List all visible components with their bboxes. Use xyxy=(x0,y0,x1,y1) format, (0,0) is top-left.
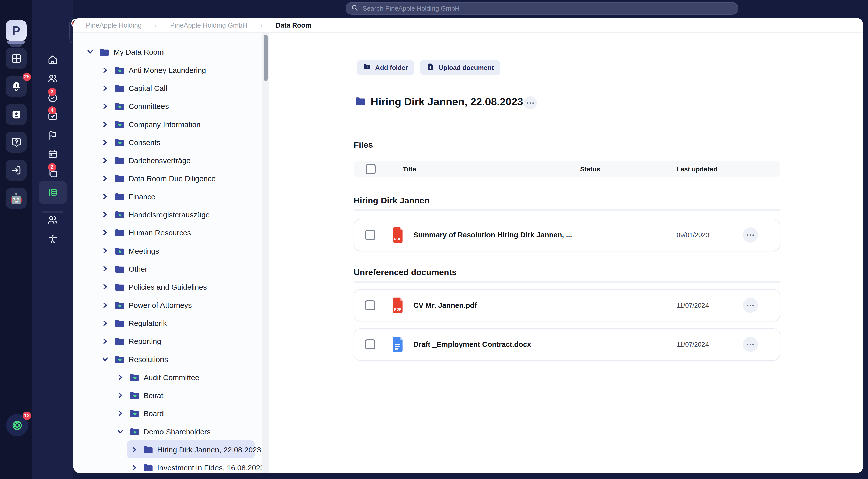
tree-item-human-resources[interactable]: Human Resources xyxy=(73,223,262,242)
nav-data-room-active[interactable] xyxy=(39,181,67,204)
chevron-right-icon[interactable] xyxy=(117,392,124,398)
folder-icon xyxy=(115,156,125,164)
tree-item-label: Regulatorik xyxy=(129,319,167,327)
section-divider xyxy=(353,281,780,283)
chevron-right-icon[interactable] xyxy=(101,194,108,199)
breadcrumb-item-0[interactable]: PineApple Holding xyxy=(86,21,142,29)
chevron-down-icon[interactable] xyxy=(101,356,108,362)
chevron-right-icon[interactable] xyxy=(117,374,124,380)
chevron-right-icon[interactable] xyxy=(101,338,108,344)
nav-home[interactable] xyxy=(47,54,58,65)
tree-item-label: Board xyxy=(144,409,164,417)
folder-star-icon xyxy=(115,300,125,309)
exit-button[interactable] xyxy=(5,160,27,181)
tree-item-darlehensvertr-ge[interactable]: Darlehensverträge xyxy=(73,151,262,169)
tree-item-anti-money-laundering[interactable]: Anti Money Laundering xyxy=(73,61,262,79)
chevron-right-icon[interactable] xyxy=(101,139,108,145)
row-menu-button[interactable] xyxy=(743,337,758,352)
add-folder-label: Add folder xyxy=(375,64,408,71)
chevron-right-icon[interactable] xyxy=(117,411,124,416)
row-checkbox[interactable] xyxy=(365,340,375,349)
main-content: Add folder Upload document Hiring Di xyxy=(269,33,863,473)
tree-item-policies-and-guidelines[interactable]: Policies and Guidelines xyxy=(73,278,262,296)
tree-item-company-information[interactable]: Company Information xyxy=(73,115,262,133)
row-menu-button[interactable] xyxy=(743,298,758,313)
chevron-right-icon[interactable] xyxy=(101,320,108,326)
add-folder-button[interactable]: Add folder xyxy=(356,60,414,75)
tree-item-capital-call[interactable]: Capital Call xyxy=(73,79,262,97)
chevron-down-icon[interactable] xyxy=(86,49,93,55)
row-checkbox[interactable] xyxy=(365,300,375,310)
upload-document-button[interactable]: Upload document xyxy=(420,60,500,75)
tree-item-data-room-due-diligence[interactable]: Data Room Due Diligence xyxy=(73,169,262,187)
chevron-right-icon[interactable] xyxy=(101,248,108,253)
tree-item-beirat[interactable]: Beirat xyxy=(73,386,262,404)
tree-item-hiring-dirk-jannen-22-08-2023[interactable]: Hiring Dirk Jannen, 22.08.2023 xyxy=(127,440,255,458)
nav-clock-check[interactable]: 3 xyxy=(47,92,58,103)
chevron-right-icon[interactable] xyxy=(101,103,108,109)
nav-copy[interactable]: 2 xyxy=(47,168,58,179)
breadcrumb-item-1[interactable]: PineApple Holding GmbH xyxy=(170,21,247,29)
tree-item-committees[interactable]: Committees xyxy=(73,97,262,115)
chevron-down-icon[interactable] xyxy=(117,428,124,434)
tree-item-my-data-room[interactable]: My Data Room xyxy=(73,43,262,61)
select-all-checkbox[interactable] xyxy=(366,164,376,174)
tree-item-reporting[interactable]: Reporting xyxy=(73,332,262,350)
tree-item-investment-in-fides-16-08-2023[interactable]: Investment in Fides, 16.08.2023 xyxy=(73,458,262,473)
chevron-right-icon[interactable] xyxy=(101,230,108,235)
nav-accessibility[interactable] xyxy=(47,233,58,245)
nav-users[interactable] xyxy=(47,73,58,84)
tree-item-handelsregisterausz-ge[interactable]: Handelsregisterauszüge xyxy=(73,205,262,223)
nav-inbox-check[interactable]: 4 xyxy=(47,111,58,122)
tree-item-demo-shareholders[interactable]: Demo Shareholders xyxy=(73,422,262,440)
search-icon xyxy=(351,4,358,13)
search-input[interactable] xyxy=(362,4,733,12)
tree-item-label: Company Information xyxy=(129,120,201,128)
chevron-right-icon[interactable] xyxy=(101,302,108,308)
chevron-right-icon[interactable] xyxy=(101,266,108,272)
folder-star-icon xyxy=(115,120,125,128)
chevron-right-icon[interactable] xyxy=(101,121,108,127)
tree-item-audit-committee[interactable]: Audit Committee xyxy=(73,368,262,386)
chevron-right-icon[interactable] xyxy=(132,447,137,452)
chevron-right-icon[interactable] xyxy=(101,157,108,163)
chevron-right-icon[interactable] xyxy=(101,85,108,91)
chevron-right-icon[interactable] xyxy=(101,67,108,72)
tree-scrollbar[interactable] xyxy=(262,33,269,473)
tree-item-consents[interactable]: Consents xyxy=(73,133,262,151)
chevron-right-icon[interactable] xyxy=(101,175,108,181)
help-bubble-button[interactable] xyxy=(5,132,27,153)
tree-item-board[interactable]: Board xyxy=(73,404,262,422)
file-row[interactable]: Draft _Employment Contract.docx11/07/202… xyxy=(353,328,780,360)
tree-item-resolutions[interactable]: Resolutions xyxy=(73,350,262,368)
chevron-right-icon[interactable] xyxy=(101,284,108,289)
contact-card-button[interactable] xyxy=(5,104,27,125)
support-globe-button[interactable]: 12 xyxy=(6,414,28,436)
file-row[interactable]: PDFCV Mr. Jannen.pdf11/07/2024 xyxy=(353,289,780,321)
bell-button[interactable]: 25 xyxy=(5,76,27,97)
robot-button[interactable]: 🤖 xyxy=(5,188,27,209)
tree-item-meetings[interactable]: Meetings xyxy=(73,242,262,260)
file-row[interactable]: PDFSummary of Resolution Hiring Dirk Jan… xyxy=(353,219,780,251)
row-checkbox[interactable] xyxy=(365,230,375,240)
nav-calendar[interactable] xyxy=(47,149,58,160)
row-menu-button[interactable] xyxy=(743,227,758,243)
tree-item-power-of-attorneys[interactable]: Power of Attorneys xyxy=(73,296,262,314)
workspace-logo-p[interactable]: P xyxy=(5,20,27,41)
chevron-right-icon[interactable] xyxy=(101,212,108,217)
chevron-right-icon[interactable] xyxy=(132,465,137,470)
workspace-stack-decoration xyxy=(10,44,22,47)
nav-flag[interactable] xyxy=(47,130,58,141)
tree-item-label: Investment in Fides, 16.08.2023 xyxy=(157,463,262,472)
calendar-icon xyxy=(47,149,58,160)
page-menu-button[interactable] xyxy=(524,96,537,109)
file-last-updated: 09/01/2023 xyxy=(677,231,709,239)
layout-grid-button[interactable] xyxy=(5,48,27,69)
tree-item-regulatorik[interactable]: Regulatorik xyxy=(73,314,262,332)
nav-users[interactable] xyxy=(47,214,58,225)
section-divider xyxy=(353,210,780,211)
global-search[interactable] xyxy=(346,2,738,14)
tree-item-finance[interactable]: Finance xyxy=(73,187,262,205)
scrollbar-thumb[interactable] xyxy=(264,35,268,81)
tree-item-other[interactable]: Other xyxy=(73,260,262,278)
